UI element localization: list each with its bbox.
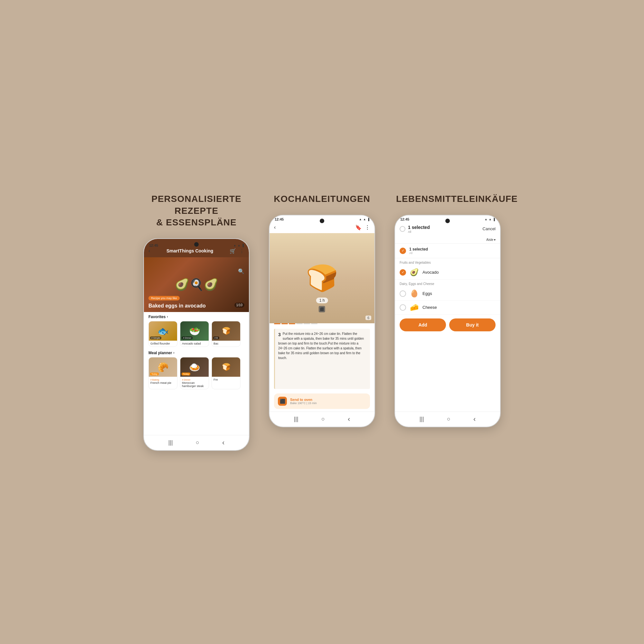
p2-send-oven[interactable]: ⬛ Send to oven Bake 190°C | 15 min — [274, 393, 370, 409]
p3-add-button[interactable]: Add — [400, 318, 446, 331]
nav-home-2[interactable]: ○ — [321, 416, 325, 422]
bookmark-icon-2[interactable]: 🔖 — [355, 224, 362, 231]
nav-home-1[interactable]: ○ — [196, 439, 199, 446]
camera-notch-1 — [194, 242, 199, 247]
p1-planner-img-1: Today — [149, 357, 177, 377]
menu-icon-1[interactable]: ⋮ — [239, 248, 244, 254]
phone-2-screen: 12:45 ▲ ▲ ▐ ‹ 🔖 ⋮ — [270, 215, 374, 412]
p1-card-label-3: Bac — [212, 341, 240, 346]
p1-card-tag-2: # Dinner — [182, 336, 193, 339]
menu-icon-2[interactable]: ⋮ — [365, 224, 370, 231]
p3-action-buttons: Add Buy it — [400, 318, 496, 331]
battery-icon-2: ▐ — [367, 218, 369, 221]
p3-select-all-radio[interactable] — [400, 226, 405, 232]
p3-check-cheese[interactable] — [400, 304, 406, 311]
svg-text:⬛: ⬛ — [320, 307, 324, 311]
p2-dot-5 — [304, 323, 310, 324]
p3-name-cheese: Cheese — [422, 305, 437, 310]
p2-timer-label: 1 h — [316, 298, 328, 303]
nav-back-3[interactable]: ‹ — [473, 415, 476, 423]
p3-aisle-button[interactable]: Aisle ▾ — [486, 238, 496, 241]
p3-selected-check: ✓ — [400, 248, 406, 254]
nav-back-2[interactable]: ‹ — [348, 415, 350, 423]
p3-item-eggs[interactable]: 🥚 Eggs — [395, 287, 500, 301]
camera-notch-3 — [445, 219, 450, 223]
p2-oven-title: Send to oven — [290, 398, 317, 402]
p1-planner-tag-1: Today — [150, 373, 159, 375]
signal-icon-2: ▲ — [359, 218, 362, 221]
p1-planner-tag-2: Today — [182, 373, 190, 375]
p2-oven-icon: ⬛ — [278, 397, 287, 406]
p1-header-title: SmartThings Cooking — [166, 248, 213, 253]
p3-selected-info: 1 selected All — [408, 224, 430, 233]
p2-oven-sub: Bake 190°C | 15 min — [290, 402, 317, 405]
p1-planner-img-2: Today — [180, 357, 209, 377]
p3-buy-button[interactable]: Buy it — [449, 318, 496, 331]
camera-notch-2 — [320, 219, 324, 223]
nav-recent-1[interactable]: ||| — [168, 439, 173, 446]
p1-meal-planner-title: Meal planner › — [148, 351, 244, 355]
back-icon-2[interactable]: ‹ — [274, 224, 276, 230]
p1-card-img-flounder: # Simple — [149, 321, 177, 341]
section-shopping: LEBENSMITTELEINKÄUFE 12:45 ▲ ▲ ▐ — [394, 193, 501, 427]
p3-category-2: Dairy, Eggs and Cheese — [395, 279, 500, 287]
p3-emoji-eggs: 🥚 — [410, 289, 419, 298]
p2-step-box: 3 Put the mixture into a 24~26 cm cake t… — [274, 329, 370, 389]
wifi-icon-3: ▲ — [489, 218, 492, 221]
section-personalized: PERSONALISIERTE REZEPTE & ESSENSPLÄNE ‹ … — [143, 193, 250, 450]
main-container: PERSONALISIERTE REZEPTE & ESSENSPLÄNE ‹ … — [0, 167, 644, 476]
p3-item-avocado[interactable]: ✓ 🥑 Avocado — [395, 266, 500, 279]
p2-oven-text: Send to oven Bake 190°C | 15 min — [290, 398, 317, 405]
chevron-down-icon-3: ▾ — [494, 238, 496, 241]
nav-bar-2: ||| ○ ‹ — [270, 412, 374, 427]
p3-header-left: 1 selected All — [400, 224, 430, 233]
p1-card-3[interactable]: # B Bac — [212, 321, 241, 347]
p1-planner-label-3: Fre — [212, 377, 240, 383]
p2-dot-2 — [281, 323, 288, 324]
nav-back-1[interactable]: ‹ — [222, 439, 224, 447]
p2-hero: 1 h ⬛ 6 — [270, 233, 374, 323]
p1-card-flounder[interactable]: # Simple Grilled flounder — [148, 321, 177, 347]
p1-search-btn[interactable]: 🔍 — [238, 268, 244, 274]
p1-counter: 1/10 — [234, 303, 244, 308]
p2-step-num: 3 — [278, 331, 281, 338]
p3-item-cheese[interactable]: 🧀 Cheese — [395, 301, 500, 315]
p2-step-text: Put the mixture into a 24~26 cm cake tin… — [278, 332, 364, 360]
p3-selected-row-sub: All — [409, 251, 428, 255]
p1-planner-label-1: # Baking French meat pie — [149, 377, 177, 386]
p1-planner-card-2[interactable]: Today # Dinner Moroccan hamburger steak — [180, 357, 209, 389]
status-icons-1: ▲ ▲ ▐ — [233, 244, 244, 247]
p2-progress — [274, 323, 370, 324]
p3-emoji-cheese: 🧀 — [410, 303, 419, 312]
p2-dot-3 — [289, 323, 295, 324]
p3-selected-text: 1 selected — [408, 225, 430, 230]
p3-check-eggs[interactable] — [400, 290, 406, 297]
p2-dot-6 — [311, 323, 317, 324]
p1-card-avocado[interactable]: # Dinner Avocado salad — [180, 321, 209, 347]
p3-cancel-button[interactable]: Cancel — [483, 226, 496, 231]
p1-card-tag-1: # Simple — [150, 336, 161, 339]
phone-1: ‹ SmartThings Cooking 🛒 ⋮ 12:45 ▲ ▲ ▐ — [143, 238, 250, 451]
p3-selected-row-label: 1 selected — [409, 247, 428, 251]
p3-name-eggs: Eggs — [422, 291, 432, 296]
status-icons-3: ▲ ▲ ▐ — [485, 218, 495, 221]
nav-recent-3[interactable]: ||| — [420, 416, 424, 422]
p2-dot-1 — [274, 323, 280, 324]
p1-card-img-3: # B — [212, 321, 240, 341]
p1-planner-img-3 — [212, 357, 240, 377]
p3-check-avocado[interactable]: ✓ — [400, 269, 406, 276]
nav-bar-3: ||| ○ ‹ — [395, 412, 500, 427]
cart-icon-1[interactable]: 🛒 — [230, 248, 236, 254]
p2-step-counter: 6 — [365, 316, 371, 320]
nav-home-3[interactable]: ○ — [447, 416, 450, 422]
back-icon-1[interactable]: ‹ — [148, 248, 150, 254]
p2-timer: 1 h ⬛ — [316, 298, 328, 314]
nav-recent-2[interactable]: ||| — [294, 416, 298, 422]
time-2: 12:45 — [275, 217, 284, 221]
p2-header-icons: 🔖 ⋮ — [355, 224, 370, 231]
p1-meal-planner-section: Meal planner › Today # Baking French mea… — [144, 348, 249, 391]
p1-favorites-section: Favorites › # Simple Grilled flounder — [144, 312, 249, 348]
p3-name-avocado: Avocado — [422, 270, 439, 275]
p1-planner-card-3[interactable]: Fre — [212, 357, 241, 389]
p1-planner-card-1[interactable]: Today # Baking French meat pie — [148, 357, 177, 389]
